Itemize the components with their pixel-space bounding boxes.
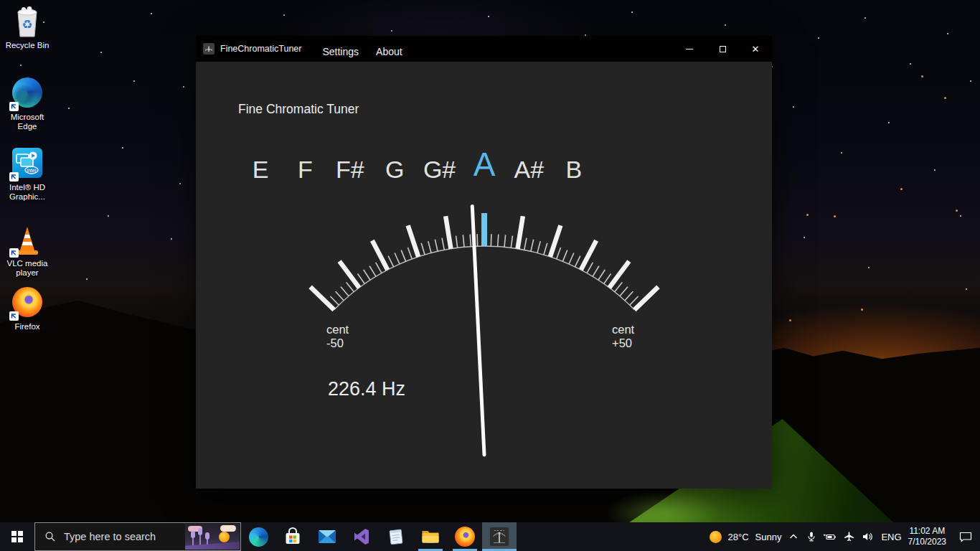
taskbar-app-visual-studio[interactable] [344, 522, 379, 551]
cent-min-label: cent-50 [326, 323, 349, 350]
clock-time: 11:02 AM [908, 526, 946, 537]
battery-charging-icon[interactable] [824, 531, 837, 542]
gauge-tick [336, 291, 344, 301]
gauge-tick [428, 241, 431, 253]
clock-date: 7/10/2023 [908, 537, 946, 547]
gauge-tick [609, 261, 629, 288]
app-window-fine-chromatic-tuner: FineChromaticTuner Settings About ✕ Fine… [196, 36, 772, 489]
gauge-tick [395, 253, 400, 264]
gauge-tick [442, 238, 444, 250]
gauge-tick [524, 238, 527, 250]
desktop-icon-label: Microsoft Edge [0, 113, 55, 131]
taskbar-app-store[interactable] [275, 522, 310, 551]
language-indicator[interactable]: ENG [881, 532, 901, 542]
intel-hd-icon: intel [10, 148, 44, 181]
gauge-tick [470, 235, 471, 247]
minimize-button[interactable] [673, 36, 706, 62]
taskbar-app-firefox[interactable] [448, 522, 482, 551]
desktop-icon-vlc[interactable]: VLC media player [0, 224, 55, 278]
gauge-tick [376, 263, 382, 273]
taskbar-apps [241, 522, 517, 551]
shortcut-arrow-icon [9, 248, 19, 258]
window-title: FineChromaticTuner [220, 44, 301, 62]
gauge-tick [562, 250, 567, 262]
gauge-tick [330, 296, 339, 305]
gauge-tick [544, 243, 547, 255]
frequency-readout: 226.4 Hz [328, 378, 405, 400]
desktop-icon-edge[interactable]: Microsoft Edge [0, 76, 55, 131]
desktop-icon-label: Recycle Bin [0, 41, 55, 50]
gauge-tick [463, 235, 464, 247]
system-tray: 28°C Sunny [710, 522, 980, 551]
gauge-tick [518, 216, 523, 248]
gauge-tick [407, 248, 412, 259]
desktop-icon-firefox[interactable]: Firefox [0, 286, 55, 331]
tuner-body: Fine Chromatic Tuner EFF#GG#AA#B cent-50… [196, 62, 772, 489]
menu-settings[interactable]: Settings [314, 36, 367, 62]
mail-icon [317, 527, 337, 547]
gauge-tick [372, 240, 387, 270]
taskbar-app-edge[interactable] [241, 522, 275, 551]
gauge-tick [537, 241, 540, 253]
menu-about[interactable]: About [367, 36, 411, 62]
volume-icon[interactable] [862, 531, 875, 542]
start-button[interactable] [0, 522, 34, 551]
gauge-tick [587, 263, 593, 273]
taskbar-clock[interactable]: 11:02 AM 7/10/2023 [908, 526, 946, 547]
firefox-icon [10, 287, 44, 320]
gauge-tick [498, 235, 499, 247]
gauge-tick [604, 274, 611, 284]
gauge-tick [531, 240, 534, 252]
search-weather-art [185, 524, 240, 550]
taskbar-search[interactable] [34, 522, 241, 551]
gauge-tick [630, 296, 639, 305]
taskbar: 28°C Sunny [0, 522, 980, 551]
desktop-icon-intel-hd[interactable]: intel Intel® HD Graphic... [0, 146, 55, 202]
weather-sun-icon[interactable] [710, 531, 722, 543]
window-titlebar[interactable]: FineChromaticTuner Settings About ✕ [196, 36, 772, 62]
gauge-tick [620, 287, 628, 296]
gauge-tick [557, 248, 561, 259]
airplane-mode-icon[interactable] [843, 531, 855, 542]
action-center-icon[interactable] [953, 531, 973, 543]
weather-temperature[interactable]: 28°C [728, 532, 749, 542]
desktop-icon-recycle-bin[interactable]: ♻ Recycle Bin [0, 6, 55, 50]
tray-chevron-up-icon[interactable] [788, 531, 799, 542]
cent-max-label: cent+50 [612, 323, 634, 350]
edge-icon [249, 527, 268, 547]
taskbar-app-notepad[interactable] [379, 522, 413, 551]
gauge-tick [569, 253, 574, 264]
shortcut-arrow-icon [9, 311, 19, 321]
gauge-tick [593, 266, 599, 277]
svg-text:intel: intel [27, 168, 37, 173]
gauge-tick [388, 256, 393, 267]
gauge-tick [575, 256, 580, 267]
notepad-icon [387, 527, 405, 546]
gauge-tick [311, 287, 334, 310]
maximize-button[interactable] [706, 36, 739, 62]
gauge-tick [347, 282, 354, 291]
gauge-tick [634, 287, 658, 310]
taskbar-app-mail[interactable] [310, 522, 344, 551]
gauge-tick [358, 274, 365, 284]
visual-studio-icon [352, 527, 372, 547]
weather-condition[interactable]: Sunny [755, 532, 782, 542]
menubar: Settings About [314, 36, 410, 62]
desktop: ♻ Recycle Bin Microsoft Edge intel [0, 0, 980, 551]
close-button[interactable]: ✕ [739, 36, 772, 62]
taskbar-app-file-explorer[interactable] [413, 522, 448, 551]
gauge-tick [369, 266, 376, 277]
gauge-tick [339, 261, 359, 288]
gauge-tick [446, 216, 451, 248]
microphone-icon[interactable] [806, 531, 817, 542]
gauge-tick [581, 240, 596, 270]
taskbar-app-tuner[interactable] [482, 522, 517, 551]
close-icon: ✕ [752, 44, 760, 54]
gauge-tick [401, 250, 405, 262]
gauge-tick [598, 270, 605, 280]
gauge-tick [504, 235, 506, 247]
gauge-tick [477, 234, 478, 246]
windows-logo-icon [11, 531, 23, 542]
minimize-icon [686, 49, 693, 50]
vlc-icon [10, 224, 44, 257]
